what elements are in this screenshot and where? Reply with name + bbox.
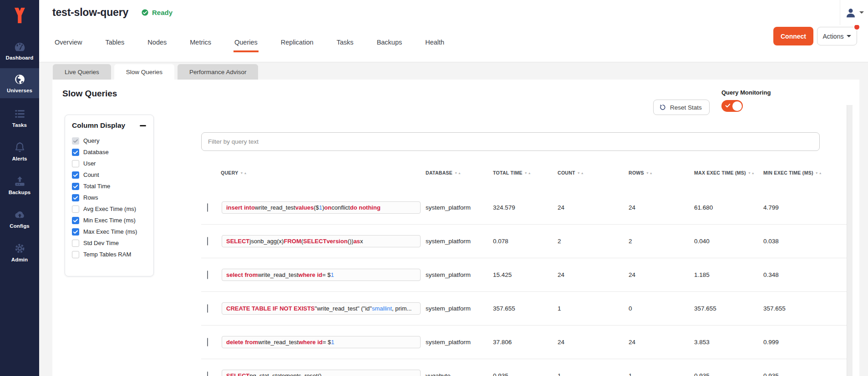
cell-total-time: 0.078: [491, 238, 555, 245]
sidebar-item-backups[interactable]: Backups: [0, 170, 39, 200]
cell-min-exec-time: 4.799: [761, 204, 847, 211]
yugabyte-logo-icon[interactable]: [0, 4, 39, 27]
cloud-upload-icon: [14, 209, 26, 221]
chevron-down-icon: [847, 35, 851, 37]
column-header-total-time[interactable]: TOTAL TIME▼▲: [491, 170, 555, 175]
checkbox[interactable]: [72, 194, 79, 201]
query-monitoring-label: Query Monitoring: [721, 89, 771, 96]
tab-tasks[interactable]: Tasks: [336, 35, 355, 52]
status-text: Ready: [152, 9, 173, 16]
query-text[interactable]: insert into write_read_test values ($1) …: [222, 201, 421, 214]
sort-arrows-icon: ▼▲: [454, 171, 462, 175]
query-text[interactable]: delete from write_read_test where id = $…: [222, 336, 421, 348]
universe-title: test-slow-query: [52, 6, 128, 19]
subtab-performance-advisor[interactable]: Performance Advisor: [178, 64, 258, 80]
query-table-row: insert into write_read_test values ($1) …: [201, 191, 847, 225]
column-option-label: Query: [83, 137, 99, 144]
gear-icon: [14, 242, 26, 255]
checkbox: [72, 137, 79, 145]
app-window: DashboardUniversesTasksAlertsBackupsConf…: [0, 0, 868, 376]
collapse-minus-icon[interactable]: [140, 122, 147, 129]
cell-database: system_platform: [423, 339, 491, 346]
column-header-query[interactable]: QUERY▼▲: [218, 170, 423, 175]
user-menu[interactable]: [840, 0, 868, 25]
universe-nav: OverviewTablesNodesMetricsQueriesReplica…: [39, 25, 868, 62]
cell-count: 1: [555, 372, 626, 376]
query-text[interactable]: select from write_read_test where id = $…: [222, 269, 421, 281]
vertical-scrollbar[interactable]: [847, 105, 853, 376]
row-checkbox[interactable]: [207, 304, 208, 313]
cell-count: 24: [555, 339, 626, 346]
query-table-row: delete from write_read_test where id = $…: [201, 326, 847, 359]
cell-min-exec-time: 0.935: [761, 372, 847, 376]
subtab-live-queries[interactable]: Live Queries: [53, 64, 111, 80]
column-display-title: Column Display: [72, 121, 125, 130]
cell-rows: 24: [626, 271, 692, 278]
cell-total-time: 324.579: [491, 204, 555, 211]
column-option-label: User: [83, 160, 96, 167]
tab-overview[interactable]: Overview: [54, 35, 83, 52]
column-header-max-exec-time-ms-[interactable]: MAX EXEC TIME (MS)▼▲: [692, 170, 761, 175]
sidebar-item-label: Admin: [11, 257, 28, 262]
row-checkbox[interactable]: [207, 338, 208, 346]
checkbox[interactable]: [72, 217, 79, 224]
row-checkbox[interactable]: [207, 237, 208, 246]
cell-rows: 24: [626, 204, 692, 211]
tab-metrics[interactable]: Metrics: [189, 35, 212, 52]
column-option-user: User: [72, 158, 147, 169]
column-header-rows[interactable]: ROWS▼▲: [626, 170, 692, 175]
query-table-row: select from write_read_test where id = $…: [201, 258, 847, 292]
column-option-label: Total Time: [83, 183, 110, 190]
cell-max-exec-time: 0.935: [692, 372, 761, 376]
column-header-database[interactable]: DATABASE▼▲: [423, 170, 491, 175]
cell-total-time: 0.935: [491, 372, 555, 376]
sidebar-item-dashboard[interactable]: Dashboard: [0, 35, 39, 65]
checkbox[interactable]: [72, 149, 79, 156]
actions-button[interactable]: Actions: [817, 27, 857, 45]
toggle-knob: [732, 101, 742, 111]
query-table-row: CREATE TABLE IF NOT EXISTS "write_read_t…: [201, 292, 847, 326]
reset-icon: [659, 104, 666, 111]
column-header-count[interactable]: COUNT▼▲: [555, 170, 626, 175]
checkbox[interactable]: [72, 183, 79, 190]
sort-arrows-icon: ▼▲: [748, 171, 755, 175]
checkbox[interactable]: [72, 228, 79, 236]
column-header-min-exec-time-ms-[interactable]: MIN EXEC TIME (MS)▼▲: [761, 170, 847, 175]
checkbox[interactable]: [72, 240, 79, 247]
tab-nodes[interactable]: Nodes: [147, 35, 168, 52]
checkbox[interactable]: [72, 206, 79, 213]
cell-count: 24: [555, 204, 626, 211]
tab-backups[interactable]: Backups: [376, 35, 403, 52]
checkbox[interactable]: [72, 171, 79, 179]
subtab-slow-queries[interactable]: Slow Queries: [114, 64, 174, 80]
column-option-label: Temp Tables RAM: [83, 251, 131, 258]
sidebar-item-tasks[interactable]: Tasks: [0, 103, 39, 133]
tab-replication[interactable]: Replication: [280, 35, 315, 52]
query-text[interactable]: SELECT jsonb_agg(x) FROM (SELECT version…: [222, 235, 421, 247]
column-option-label: Rows: [83, 194, 98, 201]
row-checkbox[interactable]: [207, 371, 208, 376]
reset-stats-button[interactable]: Reset Stats: [653, 100, 710, 115]
sidebar-item-universes[interactable]: Universes: [0, 68, 39, 98]
query-filter-input[interactable]: [201, 132, 820, 151]
query-text[interactable]: CREATE TABLE IF NOT EXISTS "write_read_t…: [222, 302, 421, 315]
column-option-label: Avg Exec Time (ms): [83, 206, 136, 212]
cell-min-exec-time: 0.038: [761, 238, 847, 245]
tab-queries[interactable]: Queries: [233, 35, 259, 52]
checkbox[interactable]: [72, 160, 79, 167]
query-monitoring-toggle[interactable]: [721, 100, 743, 112]
row-checkbox[interactable]: [207, 271, 208, 279]
query-text[interactable]: SELECT pg_stat_statements_reset(): [222, 370, 421, 376]
column-option-label: Database: [83, 149, 109, 155]
tab-health[interactable]: Health: [424, 35, 445, 52]
cell-max-exec-time: 1.185: [692, 271, 761, 278]
column-option-label: Max Exec Time (ms): [83, 228, 137, 235]
cell-database: system_platform: [423, 204, 491, 211]
tab-tables[interactable]: Tables: [104, 35, 125, 52]
checkbox[interactable]: [72, 251, 79, 258]
sidebar-item-alerts[interactable]: Alerts: [0, 136, 39, 166]
row-checkbox[interactable]: [207, 203, 208, 212]
sidebar-item-configs[interactable]: Configs: [0, 204, 39, 234]
sidebar-item-admin[interactable]: Admin: [0, 237, 39, 267]
connect-button[interactable]: Connect: [773, 27, 813, 45]
